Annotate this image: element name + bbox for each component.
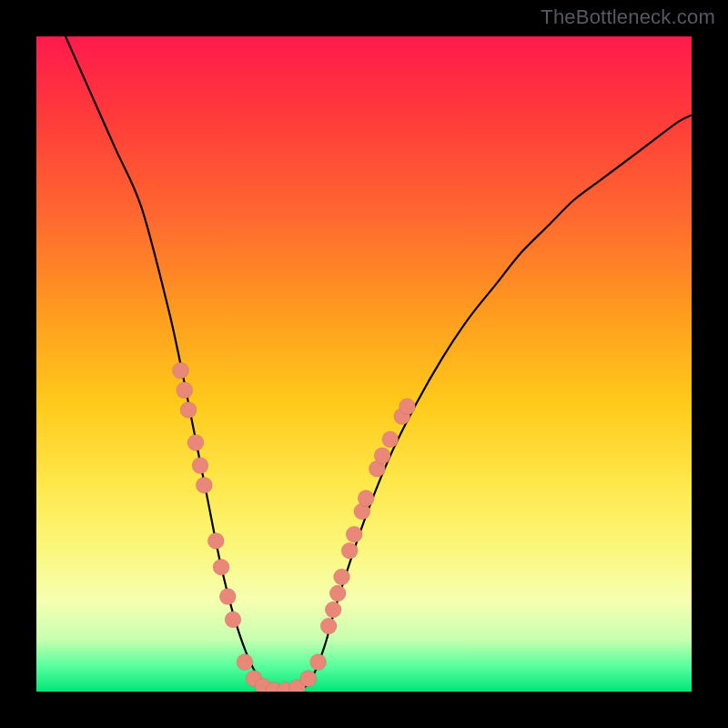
watermark-text: TheBottleneck.com [541,5,715,29]
data-marker [207,532,224,549]
data-marker [341,542,358,559]
data-marker [187,434,204,450]
data-marker [192,458,208,474]
data-marker [213,559,229,575]
bottleneck-curve [36,36,692,692]
data-marker [177,382,193,399]
chart-frame: TheBottleneck.com [0,0,728,728]
data-marker [196,477,212,493]
data-marker [329,585,346,602]
data-marker [334,569,350,585]
data-marker [219,589,236,605]
data-marker [237,654,253,671]
data-marker [325,602,341,618]
curve-svg [36,36,692,692]
data-marker [346,526,362,542]
data-marker [180,401,197,418]
data-marker [382,431,399,448]
plot-area [36,36,692,692]
data-marker [300,671,317,687]
data-marker [358,490,374,507]
data-marker [172,362,188,379]
data-marker [310,654,327,671]
data-marker [320,618,337,634]
data-marker [399,399,416,415]
data-marker [225,612,241,628]
marker-group [172,362,415,692]
data-marker [374,448,390,464]
